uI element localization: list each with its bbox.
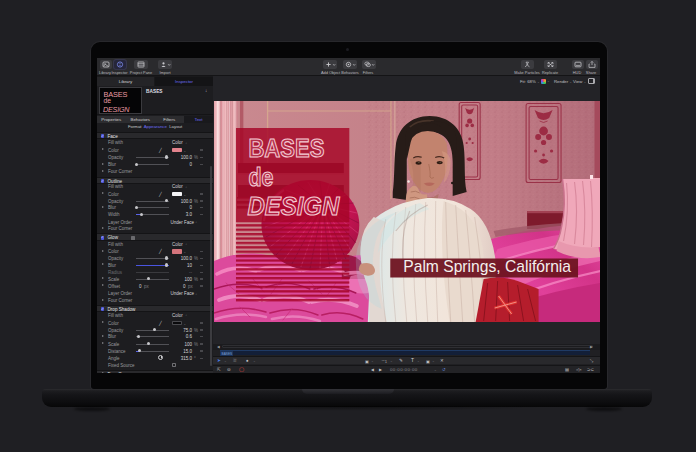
svg-text:BASES: BASES bbox=[248, 133, 324, 163]
svg-text:DESIGN: DESIGN bbox=[247, 191, 340, 221]
svg-text:Palm Springs, Califórnia: Palm Springs, Califórnia bbox=[403, 258, 571, 275]
svg-text:de: de bbox=[248, 162, 273, 192]
